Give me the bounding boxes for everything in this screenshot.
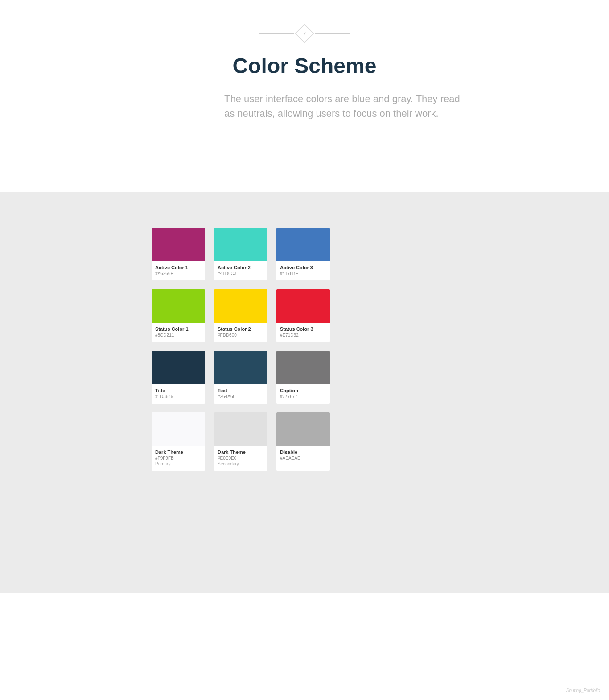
color-name: Active Color 2 (218, 265, 264, 270)
color-name: Status Color 3 (280, 326, 326, 332)
color-name: Active Color 3 (280, 265, 326, 270)
color-swatch (152, 228, 205, 261)
spacer (0, 156, 609, 192)
color-hex: #F9F9FB (155, 456, 202, 461)
color-card: Status Color 1#8CD211 (152, 289, 205, 342)
color-grid: Active Color 1#A6266EActive Color 2#41D6… (152, 219, 330, 471)
color-hex: #4178BE (280, 271, 326, 276)
color-sub: Primary (155, 461, 202, 466)
color-card: Active Color 1#A6266E (152, 228, 205, 280)
color-info: Text#264A60 (214, 384, 267, 404)
color-swatch (276, 228, 330, 261)
color-hex: #8CD211 (155, 333, 202, 338)
color-card: Dark Theme#E0E0E0Secondary (214, 412, 267, 471)
color-name: Status Color 2 (218, 326, 264, 332)
color-card: Active Color 2#41D6C3 (214, 228, 267, 280)
color-swatch (276, 351, 330, 384)
color-swatch (152, 289, 205, 323)
color-sub: Secondary (218, 461, 264, 466)
color-name: Status Color 1 (155, 326, 202, 332)
page-number: 7 (303, 31, 306, 36)
color-card: Dark Theme#F9F9FBPrimary (152, 412, 205, 471)
color-hex: #264A60 (218, 394, 264, 399)
color-info: Status Color 1#8CD211 (152, 323, 205, 342)
color-swatch (214, 289, 267, 323)
page-number-line-right (315, 33, 350, 34)
color-swatch (276, 412, 330, 446)
color-card: Caption#777677 (276, 351, 330, 404)
color-hex: #E71D32 (280, 333, 326, 338)
color-hex: #A6266E (155, 271, 202, 276)
color-hex: #FDD600 (218, 333, 264, 338)
color-card: Title#1D3649 (152, 351, 205, 404)
page-number-diamond: 7 (295, 24, 314, 43)
color-name: Dark Theme (155, 449, 202, 455)
page-number-line-left (259, 33, 294, 34)
color-swatch (276, 289, 330, 323)
color-card: Disable#AEAEAE (276, 412, 330, 471)
color-info: Title#1D3649 (152, 384, 205, 404)
color-info: Active Color 1#A6266E (152, 261, 205, 280)
color-name: Title (155, 388, 202, 393)
color-info: Status Color 3#E71D32 (276, 323, 330, 342)
color-swatch (152, 351, 205, 384)
page-number-container: 7 (0, 27, 609, 40)
color-swatch (214, 228, 267, 261)
color-card: Text#264A60 (214, 351, 267, 404)
color-hex: #41D6C3 (218, 271, 264, 276)
color-swatch (152, 412, 205, 446)
color-hex: #AEAEAE (280, 456, 326, 461)
color-hex: #E0E0E0 (218, 456, 264, 461)
color-info: Disable#AEAEAE (276, 446, 330, 465)
color-hex: #777677 (280, 394, 326, 399)
color-card: Active Color 3#4178BE (276, 228, 330, 280)
color-hex: #1D3649 (155, 394, 202, 399)
color-name: Disable (280, 449, 326, 455)
top-section: 7 Color Scheme The user interface colors… (0, 0, 609, 156)
page-title: Color Scheme (0, 54, 609, 78)
color-info: Active Color 2#41D6C3 (214, 261, 267, 280)
color-swatch (214, 351, 267, 384)
watermark: Shuting_Portfolio (566, 688, 600, 693)
color-scheme-section: Active Color 1#A6266EActive Color 2#41D6… (0, 192, 609, 593)
color-info: Active Color 3#4178BE (276, 261, 330, 280)
color-info: Dark Theme#F9F9FBPrimary (152, 446, 205, 471)
color-info: Status Color 2#FDD600 (214, 323, 267, 342)
color-card: Status Color 3#E71D32 (276, 289, 330, 342)
color-info: Dark Theme#E0E0E0Secondary (214, 446, 267, 471)
color-name: Dark Theme (218, 449, 264, 455)
color-name: Text (218, 388, 264, 393)
page-description: The user interface colors are blue and g… (148, 91, 461, 121)
color-name: Caption (280, 388, 326, 393)
color-card: Status Color 2#FDD600 (214, 289, 267, 342)
color-name: Active Color 1 (155, 265, 202, 270)
color-info: Caption#777677 (276, 384, 330, 404)
color-swatch (214, 412, 267, 446)
